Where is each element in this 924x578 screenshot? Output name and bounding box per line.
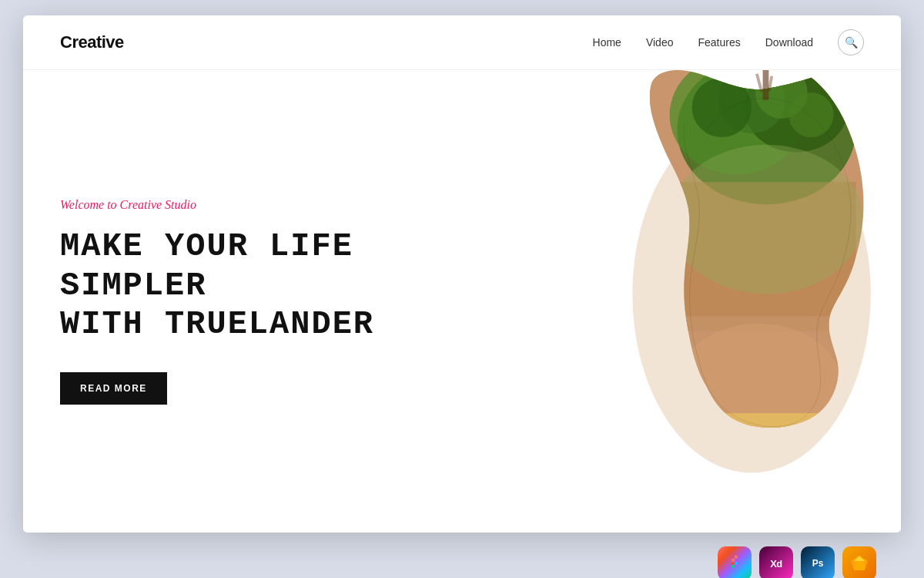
xd-label: Xd	[770, 558, 782, 570]
photoshop-icon[interactable]: Ps	[801, 546, 835, 578]
nav-link-features[interactable]: Features	[698, 36, 740, 49]
nav-item-home[interactable]: Home	[593, 35, 621, 49]
nav-item-features[interactable]: Features	[698, 35, 740, 49]
svg-rect-14	[826, 428, 886, 488]
svg-point-10	[670, 145, 864, 294]
search-icon: 🔍	[845, 36, 858, 49]
nav-item-search[interactable]: 🔍	[838, 29, 864, 55]
read-more-button[interactable]: READ MORE	[60, 372, 167, 405]
hero-image	[374, 70, 901, 533]
hero-section: Welcome to Creative Studio MAKE YOUR LIF…	[23, 70, 901, 533]
nav-item-video[interactable]: Video	[646, 35, 674, 49]
hero-title-line1: MAKE YOUR LIFE SIMPLER	[60, 228, 353, 304]
navbar: Creative Home Video Features Download 🔍	[23, 15, 901, 70]
nav-link-download[interactable]: Download	[765, 36, 813, 49]
hero-content: Welcome to Creative Studio MAKE YOUR LIF…	[60, 198, 430, 404]
browser-window: Creative Home Video Features Download 🔍	[23, 15, 901, 533]
nav-menu: Home Video Features Download 🔍	[593, 29, 864, 55]
figma-icon[interactable]	[718, 546, 752, 578]
sketch-icon[interactable]	[842, 546, 876, 578]
site-logo: Creative	[60, 32, 124, 52]
nav-link-video[interactable]: Video	[646, 36, 674, 49]
hero-illustration	[454, 70, 901, 533]
hero-title-line2: WITH TRUELANDER	[60, 306, 374, 343]
svg-rect-16	[755, 73, 763, 92]
adobe-xd-icon[interactable]: Xd	[759, 546, 793, 578]
nav-link-home[interactable]: Home	[593, 36, 621, 49]
search-button[interactable]: 🔍	[838, 29, 864, 55]
tools-bar: Xd Ps	[23, 533, 901, 578]
svg-point-8	[789, 92, 834, 137]
svg-point-7	[692, 78, 752, 137]
svg-marker-20	[851, 561, 854, 570]
svg-rect-15	[763, 70, 769, 100]
ps-label: Ps	[812, 558, 824, 569]
hero-title: MAKE YOUR LIFE SIMPLER WITH TRUELANDER	[60, 227, 430, 344]
svg-marker-21	[865, 561, 868, 570]
nav-item-download[interactable]: Download	[765, 35, 813, 49]
hero-subtitle: Welcome to Creative Studio	[60, 198, 430, 212]
